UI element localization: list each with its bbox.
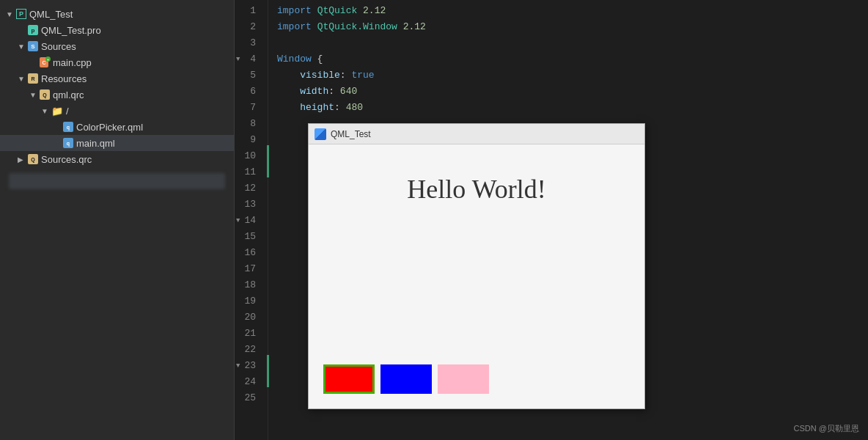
tree-arrow-resources	[18, 75, 26, 83]
tree-arrow-root	[6, 10, 15, 18]
qrc-file-icon: Q	[40, 89, 50, 100]
code-line-6: width: 640	[277, 84, 868, 100]
green-indicator-1	[267, 145, 269, 177]
code-line-3	[277, 35, 868, 51]
tree-item-main-qml[interactable]: q main.qml	[0, 135, 234, 151]
ln-11: 11	[235, 164, 262, 180]
qml-main-icon: q	[63, 138, 73, 148]
collapse-arrow-23[interactable]: ▼	[236, 358, 240, 374]
tree-arrow-qmlqrc	[29, 91, 38, 99]
ln-14: 14 ▼	[235, 213, 262, 229]
tree-label-sources-qrc: Sources.qrc	[41, 154, 92, 165]
line-numbers: 1 2 3 4 ▼ 5 6 7 8 9 10 11 12 13 14 ▼ 15 …	[235, 0, 268, 440]
ln-8: 8	[235, 116, 262, 132]
ln-24: 24	[235, 374, 262, 390]
tree-label-qml-test-root: QML_Test	[29, 9, 73, 20]
tree-item-sources-qrc[interactable]: Q Sources.qrc	[0, 151, 234, 167]
ln-25: 25	[235, 390, 262, 406]
ln-13: 13	[235, 197, 262, 213]
ln-23: 23 ▼	[235, 358, 262, 374]
code-line-7: height: 480	[277, 100, 868, 116]
preview-body: Hello World!	[309, 144, 644, 408]
tree-arrow-sourcesqrc	[18, 155, 26, 164]
preview-title-text: QML_Test	[331, 129, 371, 139]
preview-window: QML_Test Hello World!	[308, 123, 645, 409]
editor-area: 1 2 3 4 ▼ 5 6 7 8 9 10 11 12 13 14 ▼ 15 …	[235, 0, 868, 440]
ln-3: 3	[235, 35, 262, 51]
ln-6: 6	[235, 84, 262, 100]
tree-label-pro: QML_Test.pro	[41, 25, 101, 36]
preview-titlebar: QML_Test	[309, 124, 644, 144]
code-line-4: Window {	[277, 51, 868, 67]
tree-label-slash: /	[66, 106, 69, 117]
file-tree: P QML_Test p QML_Test.pro S Sources C + …	[0, 0, 235, 440]
tree-label-colorpicker: ColorPicker.qml	[76, 122, 143, 133]
ln-16: 16	[235, 245, 262, 261]
tree-label-resources: Resources	[41, 73, 87, 84]
color-box-blue	[380, 364, 432, 394]
watermark: CSDN @贝勒里恩	[794, 423, 859, 434]
ln-15: 15	[235, 229, 262, 245]
ln-7: 7	[235, 100, 262, 116]
ln-20: 20	[235, 309, 262, 326]
ln-10: 10	[235, 148, 262, 164]
ln-12: 12	[235, 180, 262, 197]
color-boxes	[323, 364, 489, 394]
code-line-1: import QtQuick 2.12	[277, 3, 868, 19]
code-line-5: visible: true	[277, 67, 868, 84]
hello-world-text: Hello World!	[316, 174, 637, 205]
ln-9: 9	[235, 132, 262, 148]
folder-icon: 📁	[51, 105, 63, 117]
tree-label-sources: Sources	[41, 41, 76, 52]
ln-17: 17	[235, 261, 262, 277]
tree-item-qml-test-pro[interactable]: p QML_Test.pro	[0, 22, 234, 38]
tree-item-colorpicker[interactable]: q ColorPicker.qml	[0, 119, 234, 135]
collapse-arrow-4[interactable]: ▼	[236, 51, 240, 67]
tree-item-main-cpp[interactable]: C + main.cpp	[0, 54, 234, 70]
ln-21: 21	[235, 326, 262, 342]
tree-item-sources[interactable]: S Sources	[0, 38, 234, 54]
collapse-arrow-14[interactable]: ▼	[236, 213, 240, 229]
sources-qrc-icon: Q	[28, 154, 38, 164]
green-indicator-2	[267, 355, 269, 387]
cpp-file-icon: C +	[40, 57, 50, 67]
blurred-area	[9, 173, 225, 189]
tree-label-main-cpp: main.cpp	[53, 57, 92, 68]
resources-icon: R	[28, 73, 38, 84]
ln-2: 2	[235, 19, 262, 35]
qml-colorpicker-icon: q	[63, 122, 73, 132]
tree-label-main-qml: main.qml	[76, 138, 115, 149]
tree-arrow-slash	[41, 107, 50, 115]
tree-item-qml-test-root[interactable]: P QML_Test	[0, 6, 234, 22]
ln-22: 22	[235, 342, 262, 358]
ln-4: 4 ▼	[235, 51, 262, 67]
ln-19: 19	[235, 293, 262, 309]
preview-app-icon	[315, 128, 326, 140]
tree-item-qml-qrc[interactable]: Q qml.qrc	[0, 87, 234, 103]
code-line-2: import QtQuick.Window 2.12	[277, 19, 868, 35]
ln-18: 18	[235, 277, 262, 293]
pro-file-icon: p	[28, 25, 38, 35]
color-box-pink	[438, 364, 489, 394]
tree-label-qml-qrc: qml.qrc	[53, 89, 84, 100]
tree-item-resources[interactable]: R Resources	[0, 70, 234, 87]
tree-item-slash-folder[interactable]: 📁 /	[0, 103, 234, 119]
project-icon: P	[16, 9, 26, 19]
color-box-red	[323, 364, 375, 394]
ln-1: 1	[235, 3, 262, 19]
tree-arrow-sources	[18, 43, 26, 51]
ln-5: 5	[235, 67, 262, 84]
sources-icon: S	[28, 41, 38, 51]
